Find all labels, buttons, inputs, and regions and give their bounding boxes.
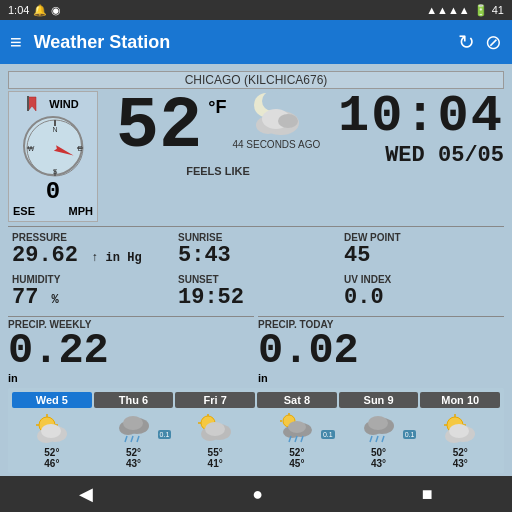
app-title: Weather Station [34,32,458,53]
humidity-label: HUMIDITY [12,274,168,285]
feels-like-label: FEELS LIKE [186,165,250,177]
power-off-icon[interactable]: ⊘ [485,30,502,54]
temperature-unit: °F [208,97,226,118]
recent-button[interactable]: ■ [422,484,433,505]
pressure-cell: PRESSURE 29.62 ↑ in Hg [8,230,172,270]
wind-direction-row: ESE MPH [13,205,93,217]
current-weather-icon [246,91,306,139]
svg-line-52 [382,436,384,442]
top-section: WIND N S W E [8,91,504,222]
sunset-label: SUNSET [178,274,334,285]
current-time: 10:04 [338,91,504,143]
forecast-icon-2 [175,412,255,444]
toolbar-icons: ↻ ⊘ [458,30,502,54]
forecast-day-2[interactable]: Fri 7 [175,392,255,408]
bottom-nav-bar: ◀ ● ■ [0,476,512,512]
svg-rect-1 [27,96,29,111]
forecast-temp-4: 50°43° [339,447,419,469]
svg-line-31 [137,436,139,442]
wifi-icon: 41 [492,4,504,16]
status-bar: 1:04 🔔 ◉ ▲▲▲▲ 🔋 41 [0,0,512,20]
battery-icon: 🔋 [474,4,488,17]
svg-point-17 [278,114,298,128]
forecast-icon-5 [420,412,500,444]
uv-index-cell: UV INDEX 0.0 [340,272,504,312]
temp-row: 52 °F [116,91,320,163]
wind-label: WIND [27,96,78,112]
sunrise-cell: SUNRISE 5:43 [174,230,338,270]
main-content: CHICAGO (KILCHICA676) WIND [0,64,512,479]
forecast-day-4[interactable]: Sun 9 [339,392,419,408]
menu-icon[interactable]: ≡ [10,31,22,54]
svg-point-25 [41,424,61,438]
precip-weekly: PRECIP. WEEKLY 0.22 in [8,316,254,384]
svg-text:W: W [28,145,35,152]
forecast-temp-3: 52°45° [257,447,337,469]
svg-point-13 [262,91,282,111]
wind-flag-icon [27,96,45,112]
temperature-value: 52 [116,91,202,163]
dew-point-cell: DEW POINT 45 [340,230,504,270]
pressure-value: 29.62 ↑ in Hg [12,243,168,268]
forecast-icon-4: 0.1 [339,412,419,444]
dew-point-label: DEW POINT [344,232,500,243]
svg-point-43 [288,421,306,433]
precip-today-value: 0.02 [258,330,504,372]
forecast-day-0[interactable]: Wed 5 [12,392,92,408]
svg-text:S: S [53,168,58,175]
compass: N S W E [23,116,83,176]
forecast-day-1[interactable]: Thu 6 [94,392,174,408]
forecast-day-3[interactable]: Sat 8 [257,392,337,408]
forecast-strip: Wed 5Thu 6Fri 7Sat 8Sun 9Mon 10 0.1 [8,388,504,473]
forecast-icon-1: 0.1 [94,412,174,444]
stats-grid: PRESSURE 29.62 ↑ in Hg SUNRISE 5:43 DEW … [8,226,504,312]
precip-badge-4: 0.1 [403,430,417,439]
dew-point-value: 45 [344,243,500,268]
forecast-temp-1: 52°43° [94,447,174,469]
refresh-icon[interactable]: ↻ [458,30,475,54]
svg-line-30 [131,436,133,442]
ago-text: 44 SECONDS AGO [232,139,320,150]
svg-text:E: E [78,145,83,152]
forecast-temps: 52°46°52°43°55°41°52°45°50°43°52°43° [12,447,500,469]
status-alarm-icon: 🔔 [33,4,47,17]
svg-marker-0 [28,97,36,111]
forecast-icons: 0.1 0.1 0.1 [12,412,500,444]
wind-speed: 0 [46,178,60,205]
weather-icon-area: 44 SECONDS AGO [232,91,320,150]
top-bar: ≡ Weather Station ↻ ⊘ [0,20,512,64]
precip-weekly-value: 0.22 [8,330,254,372]
forecast-days: Wed 5Thu 6Fri 7Sat 8Sun 9Mon 10 [12,392,500,408]
svg-text:N: N [52,126,57,133]
humidity-value: 77 % [12,285,168,310]
sunset-value: 19:52 [178,285,334,310]
status-time: 1:04 [8,4,29,16]
precip-section: PRECIP. WEEKLY 0.22 in PRECIP. TODAY 0.0… [8,316,504,384]
sunset-cell: SUNSET 19:52 [174,272,338,312]
svg-point-60 [449,424,469,438]
precip-today: PRECIP. TODAY 0.02 in [258,316,504,384]
sunrise-label: SUNRISE [178,232,334,243]
back-button[interactable]: ◀ [79,483,93,505]
forecast-icon-3: 0.1 [257,412,337,444]
precip-badge-3: 0.1 [321,430,335,439]
current-date: WED 05/05 [385,143,504,168]
home-button[interactable]: ● [252,484,263,505]
svg-point-49 [368,416,388,430]
svg-marker-11 [54,145,75,158]
precip-badge-1: 0.1 [158,430,172,439]
uv-index-value: 0.0 [344,285,500,310]
wind-panel: WIND N S W E [8,91,98,222]
wind-unit: MPH [69,205,93,217]
forecast-temp-5: 52°43° [420,447,500,469]
svg-point-37 [205,422,225,436]
svg-line-50 [370,436,372,442]
signal-icon: ▲▲▲▲ [426,4,470,16]
status-right: ▲▲▲▲ 🔋 41 [426,4,504,17]
center-panel: 52 °F [102,91,334,222]
svg-point-28 [123,416,143,430]
forecast-icon-0 [12,412,92,444]
forecast-temp-2: 55°41° [175,447,255,469]
forecast-day-5[interactable]: Mon 10 [420,392,500,408]
status-dot-icon: ◉ [51,4,61,17]
